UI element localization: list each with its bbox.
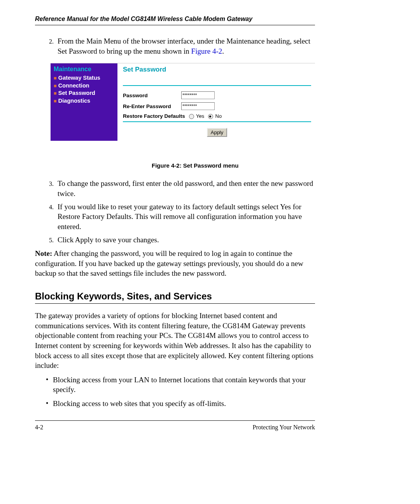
sidebar-item-diagnostics[interactable]: ■Diagnostics [54, 97, 114, 105]
bullet-icon: ■ [54, 75, 57, 82]
opt-yes-label: Yes [196, 113, 204, 119]
restore-no-option[interactable]: No [208, 113, 222, 119]
main-panel: Set Password Password Re-Enter Password … [117, 63, 315, 141]
divider [123, 85, 311, 86]
panel-title: Set Password [123, 66, 311, 74]
page-footer: 4-2 Protecting Your Network [35, 420, 315, 431]
sidebar-item-set-password[interactable]: ■Set Password [54, 89, 114, 97]
section-heading: Blocking Keywords, Sites, and Services [35, 291, 315, 304]
bullet-item: Blocking access to web sites that you sp… [46, 399, 315, 409]
step-list-top: From the Main Menu of the browser interf… [35, 36, 315, 56]
restore-row: Restore Factory Defaults Yes No [123, 113, 311, 119]
bullet-list: Blocking access from your LAN to Interne… [35, 375, 315, 409]
sidebar-item-label: Diagnostics [58, 97, 90, 105]
note-label: Note: [35, 249, 52, 257]
sidebar-item-label: Gateway Status [58, 74, 100, 82]
step-5: Click Apply to save your changes. [55, 235, 315, 245]
step-2: From the Main Menu of the browser interf… [55, 36, 315, 56]
step-3: To change the password, first enter the … [55, 178, 315, 198]
restore-label: Restore Factory Defaults [123, 113, 185, 119]
footer-page-number: 4-2 [35, 424, 43, 431]
sidebar-item-connection[interactable]: ■Connection [54, 82, 114, 90]
sidebar-heading: Maintenance [54, 66, 114, 73]
apply-row: Apply [123, 128, 311, 137]
password-input[interactable] [181, 91, 215, 99]
reenter-input[interactable] [181, 102, 215, 110]
figure-4-2: Maintenance ■Gateway Status ■Connection … [51, 63, 315, 169]
divider [123, 121, 311, 122]
radio-checked-icon [208, 114, 213, 119]
radio-icon [189, 114, 194, 119]
page-header: Reference Manual for the Model CG814M Wi… [35, 16, 315, 25]
sidebar-item-gateway-status[interactable]: ■Gateway Status [54, 74, 114, 82]
step-2-text-b: . [222, 47, 224, 55]
note-paragraph: Note: After changing the password, you w… [35, 248, 315, 278]
bullet-item: Blocking access from your LAN to Interne… [46, 375, 315, 394]
bullet-icon: ■ [54, 82, 57, 89]
bullet-icon: ■ [54, 90, 57, 97]
sidebar-item-label: Set Password [58, 89, 95, 97]
password-row: Password [123, 91, 311, 99]
sidebar-item-label: Connection [58, 82, 89, 90]
password-label: Password [123, 93, 181, 98]
step-list-bottom: To change the password, first enter the … [35, 178, 315, 245]
apply-button[interactable]: Apply [207, 128, 228, 137]
figure-caption: Figure 4-2: Set Password menu [152, 162, 315, 169]
reenter-row: Re-Enter Password [123, 102, 311, 110]
restore-yes-option[interactable]: Yes [189, 113, 205, 119]
figure-link[interactable]: Figure 4-2 [191, 47, 222, 55]
step-2-text-a: From the Main Menu of the browser interf… [58, 37, 310, 55]
ui-screenshot: Maintenance ■Gateway Status ■Connection … [51, 63, 315, 141]
note-text: After changing the password, you will be… [35, 249, 303, 277]
section-body: The gateway provides a variety of option… [35, 311, 315, 371]
step-4: If you would like to reset your gateway … [55, 202, 315, 232]
opt-no-label: No [215, 113, 222, 119]
sidebar: Maintenance ■Gateway Status ■Connection … [51, 63, 117, 141]
bullet-icon: ■ [54, 98, 57, 105]
footer-chapter: Protecting Your Network [253, 424, 315, 431]
reenter-label: Re-Enter Password [123, 103, 181, 109]
